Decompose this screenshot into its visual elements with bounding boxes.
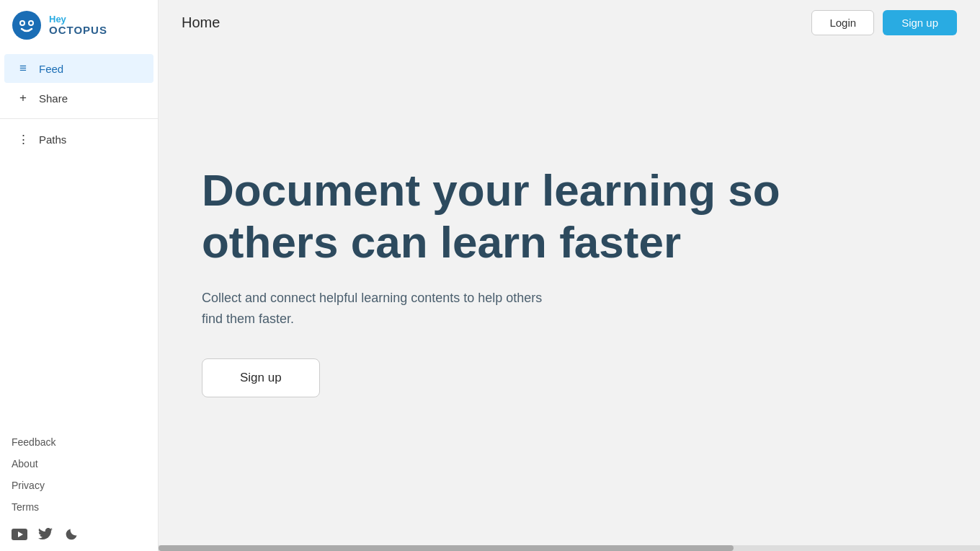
sidebar-item-paths-label: Paths [39,133,66,146]
hero-title: Document your learning so others can lea… [202,164,793,268]
paths-icon: ⋮ [16,132,30,147]
sidebar-footer: Feedback About Privacy Terms [0,424,158,551]
main-content: Home Login Sign up Document your learnin… [159,0,980,551]
privacy-link[interactable]: Privacy [12,476,146,495]
hero-subtitle: Collect and connect helpful learning con… [202,288,562,330]
svg-point-3 [21,22,24,25]
feed-icon: ≡ [16,61,30,76]
youtube-icon[interactable] [12,526,27,542]
logo-text: Hey Octopus [49,14,107,37]
scrollbar[interactable] [159,545,980,551]
login-button[interactable]: Login [811,10,874,35]
feedback-link[interactable]: Feedback [12,433,146,451]
dark-mode-icon[interactable] [63,526,79,542]
twitter-icon[interactable] [37,526,53,542]
top-header: Home Login Sign up [159,0,980,45]
scrollbar-thumb[interactable] [159,545,734,551]
signup-button-header[interactable]: Sign up [883,10,957,35]
about-link[interactable]: About [12,454,146,473]
sidebar-divider [0,118,158,119]
svg-point-0 [12,11,41,40]
hero-section: Document your learning so others can lea… [159,45,980,545]
page-title: Home [182,14,220,31]
sidebar-item-feed[interactable]: ≡ Feed [4,54,153,83]
svg-point-4 [30,22,32,25]
sidebar-item-feed-label: Feed [39,63,63,75]
share-icon: + [16,91,30,105]
terms-link[interactable]: Terms [12,498,146,516]
footer-icons [12,526,146,542]
sidebar: Hey Octopus ≡ Feed + Share ⋮ Paths Feedb… [0,0,159,551]
sidebar-item-paths[interactable]: ⋮ Paths [4,125,153,154]
sidebar-item-share[interactable]: + Share [4,84,153,113]
logo-icon [12,10,42,40]
sidebar-item-share-label: Share [39,92,68,105]
logo-area[interactable]: Hey Octopus [0,0,158,50]
header-actions: Login Sign up [811,10,957,35]
hero-signup-button[interactable]: Sign up [202,358,320,397]
nav-section: ≡ Feed + Share ⋮ Paths [0,50,158,424]
